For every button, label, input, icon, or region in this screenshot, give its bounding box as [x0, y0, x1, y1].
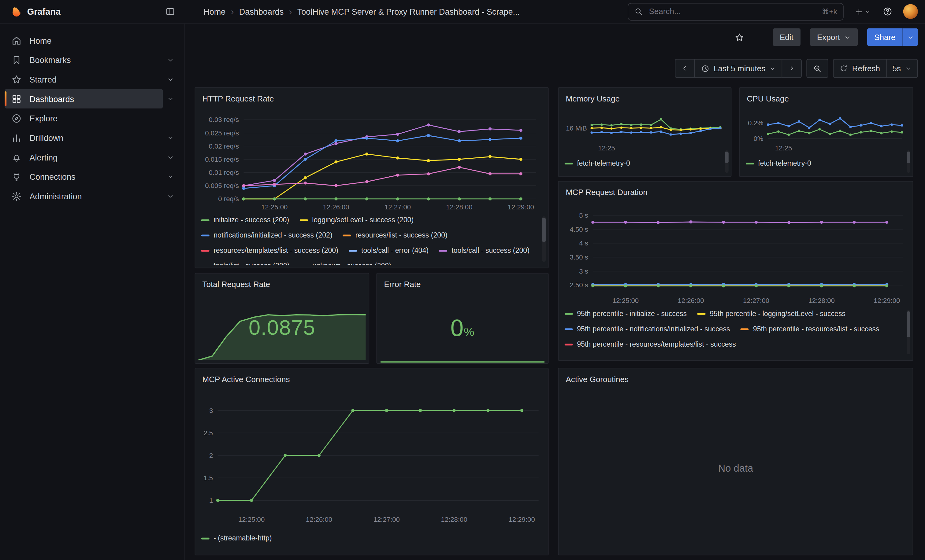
panel-title[interactable]: CPU Usage [740, 88, 913, 109]
chevron-down-icon[interactable] [163, 153, 178, 161]
svg-text:12:27:00: 12:27:00 [743, 297, 769, 305]
error-rate-sparkline[interactable] [381, 354, 544, 360]
legend-item[interactable]: unknown - success (200) [300, 260, 391, 264]
legend-scrollbar[interactable] [725, 150, 729, 173]
http-request-rate-chart[interactable]: 0 req/s0.005 req/s0.01 req/s0.015 req/s0… [200, 110, 542, 212]
chevron-down-icon[interactable] [163, 173, 178, 180]
export-button[interactable]: Export [810, 29, 858, 46]
sidebar-item-connections[interactable]: Connections [0, 167, 184, 186]
legend-item[interactable]: 95th percentile - notifications/initiali… [565, 323, 730, 335]
dock-sidebar-button[interactable] [164, 5, 176, 17]
refresh-interval-dropdown[interactable]: 5s [886, 59, 918, 78]
sidebar-item-label: Dashboards [29, 94, 74, 104]
legend-item[interactable]: 95th percentile - logging/setLevel - suc… [698, 308, 845, 320]
edit-button[interactable]: Edit [773, 29, 800, 46]
memory-usage-chart[interactable]: 16 MiB12:25 [562, 109, 725, 153]
panel-title[interactable]: Memory Usage [559, 88, 731, 109]
legend: fetch-telemetry-0 [565, 158, 719, 171]
chevron-down-icon[interactable] [163, 134, 178, 141]
panel-title[interactable]: HTTP Request Rate [195, 88, 548, 109]
search-input[interactable] [648, 6, 817, 17]
refresh-group: Refresh 5s [833, 59, 918, 78]
zoom-out-button[interactable] [807, 59, 829, 78]
legend-scrollbar[interactable] [907, 150, 910, 173]
legend-item[interactable]: resources/templates/list - success (200) [201, 245, 338, 257]
avatar[interactable] [903, 4, 918, 19]
legend-item[interactable]: fetch-telemetry-0 [746, 158, 811, 169]
legend-item[interactable]: tools/list - success (200) [201, 260, 290, 264]
legend-scrollbar[interactable] [907, 310, 910, 354]
add-button[interactable] [853, 6, 872, 17]
gear-icon [11, 191, 22, 201]
svg-text:12:29:00: 12:29:00 [874, 297, 900, 305]
grafana-logo[interactable] [8, 5, 21, 18]
svg-text:12:28:00: 12:28:00 [446, 203, 472, 211]
legend-scrollbar[interactable] [542, 216, 546, 262]
svg-text:16 MiB: 16 MiB [566, 125, 587, 132]
svg-text:0.025 req/s: 0.025 req/s [205, 129, 239, 137]
chevron-down-icon[interactable] [163, 56, 178, 63]
panel-title[interactable]: MCP Active Connections [195, 368, 548, 389]
panel-title[interactable]: MCP Request Duration [559, 182, 913, 203]
svg-text:12:25:00: 12:25:00 [612, 297, 639, 305]
sidebar-item-drilldown[interactable]: Drilldown [0, 128, 184, 147]
legend-item[interactable]: tools/call - success (200) [439, 245, 529, 257]
mcp-request-duration-chart[interactable]: 2.50 s3 s3.50 s4 s4.50 s5 s12:25:0012:26… [563, 204, 909, 305]
sidebar-item-label: Starred [29, 75, 57, 84]
clock-icon [701, 64, 710, 73]
svg-text:12:29:00: 12:29:00 [509, 516, 535, 523]
legend-item[interactable]: resources/list - success (200) [343, 229, 447, 241]
panel-error-rate: Error Rate 0% [376, 273, 548, 364]
breadcrumb-home[interactable]: Home [203, 7, 226, 16]
time-shift-back-button[interactable] [675, 59, 695, 78]
share-button[interactable]: Share [867, 29, 903, 46]
legend-item[interactable]: logging/setLevel - success (200) [300, 214, 414, 226]
legend-item[interactable]: initialize - success (200) [201, 214, 289, 226]
cpu-usage-chart[interactable]: 0.2%0%12:25 [743, 109, 907, 153]
svg-text:0 req/s: 0 req/s [218, 195, 239, 203]
chevron-down-icon[interactable] [163, 76, 178, 83]
help-button[interactable] [881, 5, 894, 17]
sidebar-item-dashboards[interactable]: Dashboards [0, 89, 184, 108]
chevron-down-icon[interactable] [163, 192, 178, 200]
top-navbar: Grafana Home › Dashboards › ToolHive MCP… [0, 0, 925, 24]
svg-text:12:26:00: 12:26:00 [678, 297, 704, 305]
sidebar-item-home[interactable]: Home [0, 30, 184, 50]
legend-item[interactable]: 95th percentile - resources/list - succe… [741, 323, 879, 335]
mcp-active-connections-chart[interactable]: 11.522.5312:25:0012:26:0012:27:0012:28:0… [200, 393, 544, 524]
chevron-down-icon [905, 65, 911, 72]
legend-item[interactable]: 95th percentile - resources/templates/li… [565, 338, 736, 350]
sidebar-item-starred[interactable]: Starred [0, 70, 184, 89]
legend-item[interactable]: fetch-telemetry-0 [565, 158, 630, 169]
legend-item[interactable]: - (streamable-http) [201, 532, 272, 544]
time-shift-forward-button[interactable] [782, 59, 802, 78]
refresh-button[interactable]: Refresh [833, 59, 886, 78]
panel-title[interactable]: Total Request Rate [195, 273, 369, 295]
favorite-star-button[interactable] [731, 32, 748, 43]
sidebar-item-alerting[interactable]: Alerting [0, 147, 184, 167]
chevron-down-icon[interactable] [163, 95, 178, 102]
stat-value: 0% [377, 315, 548, 345]
breadcrumb-dashboards[interactable]: Dashboards [239, 7, 284, 16]
navbar-actions: ⌘+k [628, 3, 925, 21]
svg-text:12:29:00: 12:29:00 [508, 203, 534, 211]
sidebar-item-administration[interactable]: Administration [0, 186, 184, 206]
legend-item[interactable]: tools/call - error (404) [349, 245, 429, 257]
sidebar-item-explore[interactable]: Explore [0, 108, 184, 128]
time-range-picker[interactable]: Last 5 minutes [694, 59, 782, 78]
legend-item[interactable]: notifications/initialized - success (202… [201, 229, 333, 241]
sidebar-item-label: Connections [29, 172, 75, 181]
svg-text:0.005 req/s: 0.005 req/s [205, 182, 239, 189]
breadcrumb: Home › Dashboards › ToolHive MCP Server … [203, 6, 520, 17]
chevron-down-icon [844, 34, 851, 41]
sidebar-item-bookmarks[interactable]: Bookmarks [0, 50, 184, 70]
time-toolbar: Last 5 minutes Refresh 5s [675, 59, 918, 78]
svg-text:1: 1 [209, 497, 213, 504]
search-box[interactable]: ⌘+k [628, 3, 844, 21]
breadcrumb-separator: › [289, 6, 292, 17]
sidebar-item-label: Explore [29, 113, 57, 123]
legend-item[interactable]: 95th percentile - initialize - success [565, 308, 687, 320]
panel-title[interactable]: Error Rate [377, 273, 548, 295]
share-dropdown-button[interactable] [903, 29, 918, 46]
panel-memory-usage: Memory Usage 16 MiB12:25 fetch-telemetry… [558, 87, 731, 177]
